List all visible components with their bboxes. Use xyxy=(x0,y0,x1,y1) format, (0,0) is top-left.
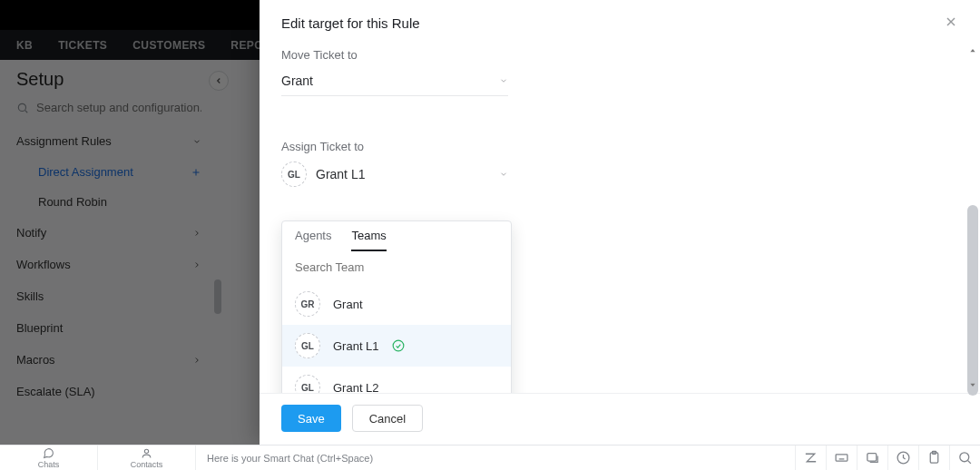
close-icon xyxy=(944,15,958,29)
edit-target-modal: Edit target for this Rule Move Ticket to… xyxy=(260,0,980,445)
clipboard-button[interactable] xyxy=(918,446,949,471)
chevron-down-icon xyxy=(499,170,508,179)
contact-icon xyxy=(141,447,152,459)
cancel-button[interactable]: Cancel xyxy=(352,405,423,432)
team-option-label: Grant L1 xyxy=(333,339,379,353)
move-ticket-select[interactable]: Grant xyxy=(281,65,508,96)
dropdown-search[interactable] xyxy=(282,251,511,283)
bottom-bar: Chats Contacts Here is your Smart Chat (… xyxy=(0,445,980,470)
clock-icon xyxy=(896,450,911,465)
assign-avatar: GL xyxy=(281,162,307,187)
team-avatar: GL xyxy=(295,333,320,358)
team-avatar: GL xyxy=(295,375,320,393)
assign-ticket-select[interactable]: Grant L1 xyxy=(316,159,508,190)
zia-button[interactable] xyxy=(795,446,826,471)
svg-point-10 xyxy=(144,449,148,453)
scrollbar-thumb[interactable] xyxy=(967,205,978,396)
keyboard-button[interactable] xyxy=(826,446,857,471)
cards-icon xyxy=(865,450,880,465)
chat-icon xyxy=(43,447,54,459)
team-option-label: Grant L2 xyxy=(333,381,379,394)
team-option-grant-l2[interactable]: GL Grant L2 xyxy=(282,367,511,393)
move-ticket-label: Move Ticket to xyxy=(281,48,958,62)
dropdown-search-input[interactable] xyxy=(295,260,498,274)
svg-point-20 xyxy=(960,453,969,462)
scroll-up-icon[interactable] xyxy=(969,47,976,54)
clipboard-icon xyxy=(926,450,942,465)
bottom-tab-contacts[interactable]: Contacts xyxy=(98,446,196,470)
cards-button[interactable] xyxy=(857,446,887,471)
check-icon xyxy=(392,339,405,352)
team-option-grant-l1[interactable]: GL Grant L1 xyxy=(282,325,511,367)
bottom-tab-chats[interactable]: Chats xyxy=(0,446,98,470)
team-avatar: GR xyxy=(295,291,320,317)
svg-marker-9 xyxy=(970,384,975,387)
svg-line-21 xyxy=(968,461,971,464)
dropdown-tab-agents[interactable]: Agents xyxy=(295,229,331,251)
dropdown-tab-teams[interactable]: Teams xyxy=(351,229,386,251)
assign-ticket-value: Grant L1 xyxy=(316,167,365,181)
svg-rect-16 xyxy=(867,454,877,462)
modal-title: Edit target for this Rule xyxy=(281,15,420,31)
clock-button[interactable] xyxy=(887,446,918,471)
scroll-down-icon[interactable] xyxy=(969,381,976,388)
close-button[interactable] xyxy=(944,15,958,32)
chevron-down-icon xyxy=(499,76,508,85)
smart-chat-hint[interactable]: Here is your Smart Chat (Ctrl+Space) xyxy=(196,453,384,464)
bottom-tab-label: Chats xyxy=(38,460,60,469)
save-button[interactable]: Save xyxy=(281,405,341,432)
search-button[interactable] xyxy=(949,446,980,471)
bottom-tab-label: Contacts xyxy=(131,460,163,469)
move-ticket-value: Grant xyxy=(281,73,313,88)
zia-icon xyxy=(803,450,818,465)
keyboard-icon xyxy=(834,450,849,465)
modal-scrollbar[interactable] xyxy=(967,47,978,388)
svg-rect-11 xyxy=(836,455,848,461)
svg-point-6 xyxy=(393,340,404,351)
svg-marker-8 xyxy=(970,49,975,52)
assign-ticket-label: Assign Ticket to xyxy=(281,140,958,153)
assign-dropdown: Agents Teams GR Grant GL Grant L1 GL Gra… xyxy=(281,220,512,393)
search-icon xyxy=(957,450,973,465)
team-option-grant[interactable]: GR Grant xyxy=(282,283,511,325)
team-option-label: Grant xyxy=(333,298,363,311)
